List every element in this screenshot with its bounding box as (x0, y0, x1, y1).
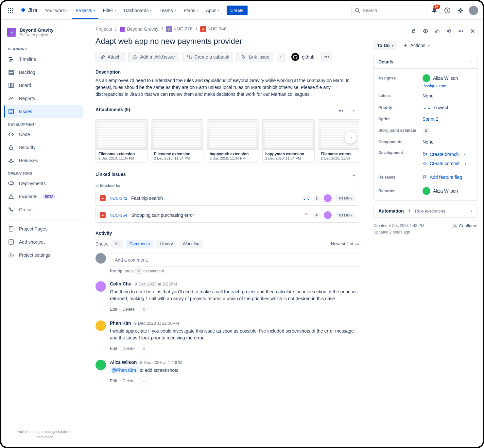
share-icon[interactable] (444, 26, 454, 36)
react-button[interactable]: ☺ (140, 376, 148, 385)
add-child-button[interactable]: Add a child issue (128, 52, 179, 62)
help-icon[interactable]: ? (442, 5, 453, 16)
sidebar-add-shortcut[interactable]: Add shortcut (4, 236, 83, 248)
attachments-add[interactable]: ＋ (349, 106, 359, 116)
learn-more-link[interactable]: Learn more (7, 435, 81, 439)
react-button[interactable]: ☺ (140, 305, 148, 313)
sidebar-project-pages[interactable]: Project Pages (4, 223, 83, 235)
delete-link[interactable]: Delete (122, 307, 135, 312)
issue-key[interactable]: NUC-342 (110, 196, 127, 201)
search-input[interactable] (363, 8, 423, 13)
priority-value[interactable]: ⌄⌄Lowest (423, 104, 473, 111)
bc-projects[interactable]: Projects (95, 26, 112, 32)
storypoints-value[interactable]: 2 (423, 128, 473, 133)
comment-author[interactable]: Aliza Wilson (110, 360, 137, 365)
subtask-button[interactable]: Create a subtask (182, 52, 233, 62)
automation-panel[interactable]: Automation Rule executions ▾ (373, 204, 477, 218)
mention[interactable]: @Phan Kim (110, 367, 138, 373)
nav-projects[interactable]: Projects▾ (72, 2, 98, 19)
status-pill[interactable]: TO DO ▾ (336, 212, 355, 218)
nav-your-work[interactable]: Your work▾ (41, 5, 71, 16)
edit-link[interactable]: Edit (110, 346, 117, 351)
attachments-more[interactable]: ••• (336, 106, 346, 116)
bc-project[interactable]: Beyond Gravity (120, 26, 158, 32)
search-box[interactable] (351, 6, 426, 15)
link-dropdown[interactable]: ▾ (277, 53, 285, 61)
react-button[interactable]: ☺ (140, 344, 148, 353)
details-header[interactable]: Details⌃ (374, 55, 477, 69)
sidebar-deployments[interactable]: Deployments (4, 177, 83, 190)
configure-link[interactable]: Configure (452, 222, 477, 230)
nav-apps[interactable]: Apps▾ (203, 5, 223, 16)
tab-history[interactable]: History (156, 240, 176, 248)
comment-author[interactable]: Phan Kim (110, 320, 131, 326)
feature-flag-link[interactable]: Add feature flag (423, 173, 462, 181)
attach-button[interactable]: Attach (95, 52, 125, 62)
assignee-value[interactable]: Aliza Wilson (423, 74, 473, 82)
link-issue-add[interactable]: ＋ (349, 170, 359, 181)
comment-input[interactable]: Add a comment... (110, 253, 359, 267)
sidebar-project-settings[interactable]: Project settings (4, 249, 83, 261)
github-button[interactable]: github (288, 51, 318, 63)
assign-to-me[interactable]: Assign to me (424, 84, 477, 88)
svg-point-9 (355, 9, 359, 12)
sort-button[interactable]: Newest first↓≡ (331, 241, 359, 246)
delete-link[interactable]: Delete (122, 346, 135, 351)
sidebar-board[interactable]: Board (4, 79, 83, 92)
close-icon[interactable] (468, 26, 477, 36)
issue-title[interactable]: Adapt web app no new payments provider (95, 37, 359, 46)
settings-icon[interactable] (455, 5, 466, 16)
create-button[interactable]: Create (227, 6, 248, 15)
actions-dropdown[interactable]: Actions▾ (400, 41, 433, 50)
issue-key[interactable]: NUC-354 (110, 213, 127, 218)
tab-comments[interactable]: Comments (126, 240, 153, 248)
edit-link[interactable]: Edit (110, 378, 117, 383)
profile-avatar[interactable] (468, 5, 479, 16)
status-pill[interactable]: TO DO ▾ (336, 195, 355, 201)
bc-issue[interactable]: ●NUC-346 (200, 26, 226, 32)
sidebar-oncall[interactable]: On-call (4, 203, 83, 216)
link-button[interactable]: Link Issue (236, 52, 273, 62)
status-dropdown[interactable]: To Do▾ (373, 41, 397, 50)
sidebar-timeline[interactable]: Timeline (4, 53, 83, 65)
nav-filter[interactable]: Filter▾ (100, 5, 119, 16)
components-value[interactable]: None (423, 139, 473, 145)
sidebar-code[interactable]: Code (4, 128, 83, 141)
jira-logo[interactable]: Jira (17, 7, 40, 14)
labels-value[interactable]: None (423, 93, 473, 98)
reporter-value[interactable]: Aliza Wilson (423, 187, 473, 195)
attachment-card[interactable]: happymcb.extension2 Dec 2018, 11:34 PM (262, 119, 315, 163)
more-actions[interactable]: ••• (321, 52, 333, 62)
sidebar-reports[interactable]: Reports (4, 92, 83, 105)
attachment-card[interactable]: Filename.extension2 Dec 2018, 11:34 PM (95, 119, 148, 163)
project-header[interactable]: Beyond Gravity Software project (4, 25, 83, 40)
create-commit-link[interactable]: Create commit▾ (423, 160, 466, 167)
nav-teams[interactable]: Teams▾ (156, 5, 179, 16)
notifications-icon[interactable]: 9+ (429, 5, 440, 16)
attachment-card[interactable]: happymcb.extension2 Dec 2018, 11:34 PM (207, 119, 259, 163)
linked-issue-row[interactable]: ● NUC-342 Fast trip search ⌄⌄ 1 TO DO ▾ (95, 191, 359, 206)
comment-author[interactable]: Colin Chu (110, 281, 131, 286)
tab-all[interactable]: All (112, 240, 123, 248)
app-switcher-icon[interactable] (5, 5, 16, 16)
linked-issue-row[interactable]: ● NUC-354 Shopping cart purchasing error… (95, 208, 359, 223)
nav-dashboards[interactable]: Dashboards▾ (121, 5, 155, 16)
lock-icon[interactable] (409, 26, 419, 36)
watch-icon[interactable] (421, 26, 430, 36)
create-branch-link[interactable]: Create branch▾ (423, 150, 466, 158)
description-text[interactable]: As an employee I'd need to understand th… (95, 77, 359, 98)
more-icon[interactable]: ••• (456, 26, 466, 36)
sidebar-incidents[interactable]: IncidentsBETA (4, 190, 83, 203)
sidebar-security[interactable]: Security (4, 141, 83, 154)
attachment-card[interactable]: Filename.extension2 Dec 2018, 11:34 PM (151, 119, 203, 163)
sidebar-releases[interactable]: Releases (4, 154, 83, 167)
delete-link[interactable]: Delete (122, 378, 135, 383)
nav-plans[interactable]: Plans▾ (181, 5, 201, 16)
edit-link[interactable]: Edit (110, 307, 117, 312)
sidebar-issues[interactable]: Issues (4, 105, 83, 118)
sidebar-backlog[interactable]: Backlog (4, 66, 83, 78)
tab-worklog[interactable]: Work log (180, 240, 203, 248)
bc-epic[interactable]: ⚡NUC-276 (166, 26, 192, 32)
vote-icon[interactable] (432, 26, 442, 36)
sprint-value[interactable]: Sprint 2 (423, 116, 473, 122)
